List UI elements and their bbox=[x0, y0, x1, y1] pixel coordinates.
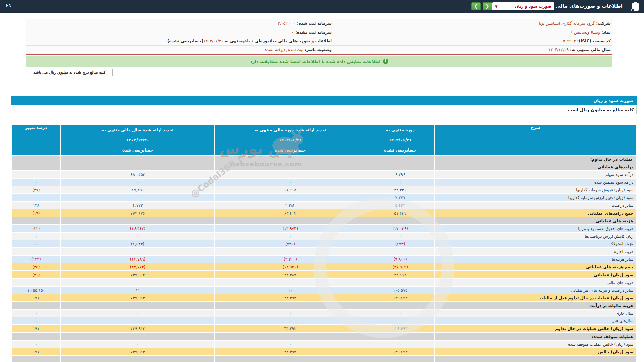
row-value: (۱۸,۹۲۰) bbox=[215, 263, 365, 270]
row-value bbox=[61, 302, 214, 309]
company-info-row: سال مالی منتهی به: ۱۴۰۴/۱۲/۲۹وضعیت ناشر:… bbox=[26, 46, 612, 54]
row-value bbox=[12, 333, 60, 340]
prev-statement-button[interactable]: ❮ bbox=[471, 2, 481, 10]
statement-section: صورت سود و زیان کلیه مبالغ به میلیون ریا… bbox=[11, 96, 637, 362]
row-value: ۱۲۹,۶۹۳ bbox=[366, 325, 434, 332]
row-value: ۰ bbox=[61, 310, 214, 317]
company-info-row: نماد: ویسا( ویساتیس )سرمایه ثبت نشده: ۰ bbox=[26, 28, 612, 37]
row-value: ۸۷,۴۵۰ bbox=[61, 186, 214, 193]
header-restated-year-date: ۱۴۰۳/۱۲/۳۰ bbox=[61, 135, 214, 145]
row-value bbox=[215, 217, 365, 224]
unit-note-button[interactable]: کلیه مبالغ درج شده به میلیون ریال می باش… bbox=[26, 69, 113, 76]
row-label: درآمد سود سهام bbox=[435, 171, 636, 178]
row-value: (۱۳,۹۷۴) bbox=[215, 225, 365, 232]
row-value: ۰ bbox=[215, 171, 365, 178]
row-value bbox=[366, 333, 434, 340]
table-header: شرح دوره منتهی به تجدید ارائه شده دوره م… bbox=[12, 125, 636, 155]
row-value: ۴,۷۷۳ bbox=[61, 202, 214, 209]
chevron-down-icon: ▼ bbox=[495, 5, 498, 8]
row-value bbox=[215, 163, 365, 170]
row-value: ۱۰۵,۵۷۵ bbox=[366, 287, 434, 294]
row-value: ۱۹۱ bbox=[12, 325, 60, 332]
company-info-row: کد صنعت (ISIC): ۵۶۹۹۹۴اطلاعات و صورت‌های… bbox=[26, 37, 612, 46]
table-row: عملیات در حال تداوم: bbox=[12, 156, 636, 163]
row-value: ۷۳۹,۹۱۳ bbox=[61, 294, 214, 301]
header-current-period: دوره منتهی به bbox=[366, 125, 434, 135]
row-value: ۱۳۸ bbox=[12, 202, 60, 209]
row-value: (۱۴,۷۸۹) bbox=[61, 256, 214, 263]
row-value: ۶,۳۹۶ bbox=[366, 171, 434, 178]
row-label: سال‌های قبل bbox=[435, 317, 636, 324]
next-statement-button[interactable]: ❯ bbox=[483, 2, 492, 10]
table-row: هزینه اجاره۰۰۰۰ bbox=[12, 248, 636, 255]
row-value bbox=[366, 217, 434, 224]
row-value: ۱۲۹,۶۹۳ bbox=[366, 348, 434, 355]
row-value: ۰ bbox=[61, 233, 214, 240]
row-value: ۰ bbox=[366, 179, 434, 186]
row-value: ۰ bbox=[12, 310, 60, 317]
row-value: ۷۳۹,۹۱۳ bbox=[61, 325, 214, 332]
row-label: سود (زیان) تغییر ارزش سرمایه گذاریها bbox=[435, 194, 636, 201]
row-value bbox=[12, 163, 60, 170]
table-row: درآمدهای عملیاتی bbox=[12, 163, 636, 170]
company-info-section: شرکت: گروه سرمایه گذاری ایساتیس پویاسرما… bbox=[26, 19, 612, 76]
row-value bbox=[215, 302, 365, 309]
header-restated-year: تجدید ارائه شده سال مالی منتهی به bbox=[61, 125, 214, 135]
row-value: ۴۴,۴۹۲ bbox=[215, 325, 365, 332]
header-change-percent: درصد تغییر bbox=[12, 125, 60, 155]
row-value: ۰ bbox=[215, 279, 365, 286]
row-value: ۴۴,۴۹۲ bbox=[215, 348, 365, 355]
table-row: هزینه های عملیاتی bbox=[12, 217, 636, 224]
row-value: ۳۲,۴۲۰ bbox=[366, 186, 434, 193]
row-value: (۲۲) bbox=[12, 225, 60, 232]
row-label: هزینه های عملیاتی bbox=[435, 217, 636, 224]
company-info-cell: سال مالی منتهی به: ۱۴۰۴/۱۲/۲۹ bbox=[333, 46, 612, 54]
row-value: ۱۰ bbox=[215, 287, 365, 294]
row-value bbox=[61, 333, 214, 340]
row-value bbox=[366, 356, 434, 362]
header-current-period-audit: حسابرسی نشده bbox=[366, 145, 434, 155]
row-value: (۴۶) bbox=[12, 271, 60, 278]
company-info-cell: کد صنعت (ISIC): ۵۶۹۹۹۴ bbox=[333, 37, 612, 45]
company-info-cell: سرمایه ثبت شده: ۲,۰۵۲,۰۰۰ bbox=[26, 19, 333, 28]
table-row bbox=[12, 356, 636, 362]
table-row: درآمد سود تضمین شده۰۰۰۰ bbox=[12, 179, 636, 186]
table-row: سود (زیان) فروش سرمایه گذاریها۳۲,۴۲۰۶۱,۱… bbox=[12, 186, 636, 193]
row-value: ۶۳,۴۰۲ bbox=[215, 209, 365, 217]
row-value: ۷۳۹,۹۰۲ bbox=[61, 271, 214, 278]
row-value: (۶۷۳) bbox=[366, 240, 434, 247]
company-info-cell: شرکت: گروه سرمایه گذاری ایساتیس پویا bbox=[333, 19, 612, 28]
row-value: (۱۶,۴۶۲) bbox=[61, 225, 214, 232]
row-label: هزینه های حقوق، دستمزد و مزایا bbox=[435, 225, 636, 232]
company-info-table: شرکت: گروه سرمایه گذاری ایساتیس پویاسرما… bbox=[26, 19, 612, 55]
row-value: ۷۷۲,۶۷۶ bbox=[61, 209, 214, 217]
row-value: ۰ bbox=[12, 279, 60, 286]
row-value: ۰ bbox=[366, 248, 434, 255]
language-toggle-en[interactable]: EN bbox=[6, 3, 12, 8]
row-value: (۱۳۳) bbox=[12, 256, 60, 263]
row-value: ۰ bbox=[366, 233, 434, 240]
row-label: سود (زیان) عملیاتی bbox=[435, 271, 636, 278]
statement-select[interactable]: ▼ صورت سود و زیان bbox=[492, 2, 554, 10]
company-info-cell: نماد: ویسا( ویساتیس ) bbox=[333, 28, 612, 37]
row-value bbox=[12, 156, 60, 163]
row-value: ۵۱,۶۲۷ bbox=[366, 209, 434, 217]
table-row: عملیات متوقف شده: bbox=[12, 333, 636, 340]
profit-loss-table: شرح دوره منتهی به تجدید ارائه شده دوره م… bbox=[11, 125, 637, 362]
header-restated-year-audit: حسابرسی شده bbox=[61, 145, 214, 155]
row-label: هزینه اجاره bbox=[435, 248, 636, 255]
row-label: هزینه مالیات بر درآمد: bbox=[435, 302, 636, 309]
row-value bbox=[12, 171, 60, 178]
row-label: هزینه استهلاک bbox=[435, 240, 636, 247]
header-restated-period-audit: حسابرسی شده bbox=[215, 145, 365, 155]
table-row: سال‌های قبل۰۰۰۰ bbox=[12, 317, 636, 324]
row-value: ۱۲۹,۶۹۳ bbox=[366, 294, 434, 301]
row-value: ۰ bbox=[61, 248, 214, 255]
row-label: سود (زیان) خالص عملیات در حال تداوم bbox=[435, 325, 636, 332]
row-label: جمع درآمدهای عملیاتی bbox=[435, 209, 636, 217]
row-label bbox=[435, 356, 636, 362]
row-value bbox=[61, 163, 214, 170]
row-label: درآمدهای عملیاتی bbox=[435, 163, 636, 170]
row-label: زیان کاهش ارزش دریافتنی‌ها bbox=[435, 233, 636, 240]
row-value: ۱۰ bbox=[12, 240, 60, 247]
